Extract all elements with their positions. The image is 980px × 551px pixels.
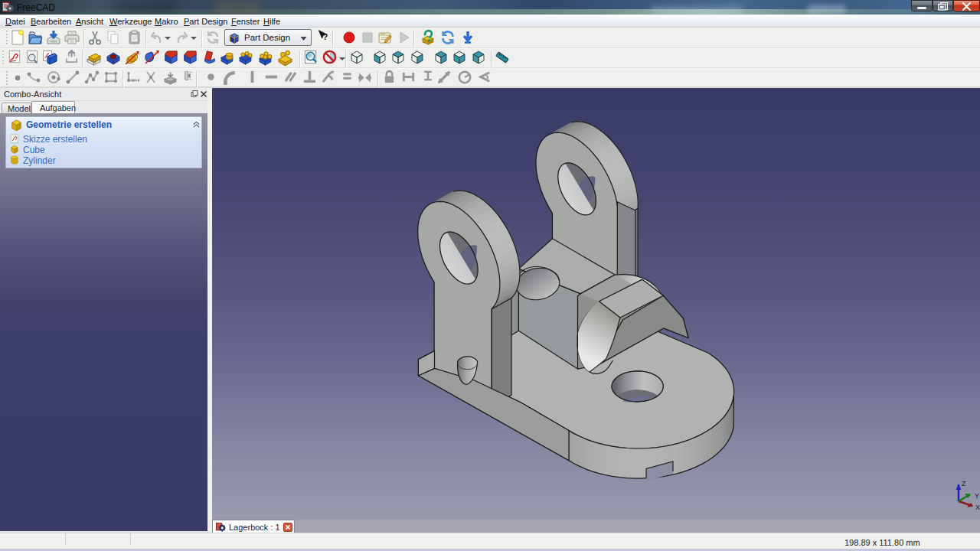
svg-text:Y: Y (975, 492, 979, 500)
svg-text:Z: Z (962, 480, 966, 487)
svg-text:X: X (975, 504, 980, 510)
svg-text:?: ? (323, 32, 328, 41)
